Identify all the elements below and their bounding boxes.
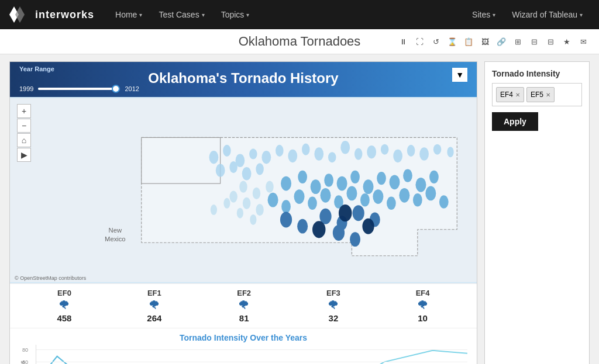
play-button[interactable]: ▶: [17, 148, 31, 162]
svg-point-38: [415, 178, 426, 192]
map-header: Year Range 1999 2012 Oklahoma's Tornado …: [10, 62, 477, 97]
svg-point-28: [281, 176, 291, 191]
svg-point-41: [281, 200, 291, 213]
logo: interworks: [9, 6, 94, 23]
grid-label-80: 80: [22, 347, 28, 353]
tag-ef4-remove-icon[interactable]: ✕: [515, 92, 520, 98]
svg-point-8: [249, 149, 257, 160]
refresh-icon[interactable]: ↺: [429, 35, 442, 48]
test-cases-caret-icon: ▾: [202, 12, 205, 18]
logo-icon: [9, 6, 30, 23]
fullscreen-icon[interactable]: ⛶: [413, 35, 426, 48]
email-icon[interactable]: ✉: [577, 35, 590, 48]
svg-point-60: [280, 212, 292, 227]
svg-point-17: [367, 145, 376, 158]
home-button[interactable]: ⌂: [17, 133, 31, 147]
ef1-icon: 🌪: [149, 299, 160, 312]
filter-tags: EF4 ✕ EF5 ✕: [492, 83, 582, 106]
chart-area: # tornadoes 80 60: [19, 345, 467, 364]
svg-point-19: [393, 150, 402, 162]
filter-panel: Tornado Intensity EF4 ✕ EF5 ✕ Apply: [484, 61, 590, 364]
svg-point-43: [308, 197, 317, 210]
ef4-icon: 🌪: [417, 299, 429, 312]
svg-point-11: [288, 150, 297, 162]
nav-item-wizard[interactable]: Wizard of Tableau ▾: [505, 6, 590, 23]
svg-point-42: [294, 189, 305, 204]
year-slider-row: 1999 2012: [19, 85, 139, 92]
svg-point-32: [337, 176, 347, 191]
svg-point-29: [298, 171, 307, 183]
svg-point-47: [360, 193, 370, 206]
svg-point-22: [433, 144, 441, 155]
svg-point-39: [429, 171, 439, 183]
filter-panel-title: Tornado Intensity: [492, 69, 582, 78]
slider-thumb: [112, 85, 120, 93]
svg-point-35: [377, 172, 386, 185]
svg-point-46: [346, 186, 357, 201]
ef4-count: 10: [418, 313, 428, 323]
favorite-icon[interactable]: ★: [560, 35, 573, 48]
svg-point-10: [276, 145, 283, 157]
image-icon[interactable]: 🖼: [478, 35, 491, 48]
ef0-count: 458: [57, 313, 71, 323]
ef0-icon: 🌪: [58, 299, 70, 312]
nav-item-topics[interactable]: Topics ▾: [214, 6, 257, 23]
filter-toggle-button[interactable]: ▼: [452, 68, 467, 82]
svg-point-31: [324, 174, 333, 186]
svg-point-36: [390, 175, 400, 190]
year-end: 2012: [125, 85, 139, 92]
navbar: interworks Home ▾ Test Cases ▾ Topics ▾ …: [0, 0, 599, 29]
svg-point-5: [209, 151, 219, 164]
table-icon[interactable]: ⊞: [511, 35, 524, 48]
map-copyright: © OpenStreetMap contributors: [15, 275, 86, 281]
grid-icon[interactable]: ⊟: [528, 35, 541, 48]
tag-ef5-remove-icon[interactable]: ✕: [546, 92, 550, 98]
apply-button[interactable]: Apply: [492, 112, 538, 131]
ef3-count: 32: [329, 313, 339, 323]
svg-point-62: [312, 221, 325, 238]
copy-icon[interactable]: 📋: [462, 35, 475, 48]
tornado-map-svg: Amarillo New Mexico que: [10, 97, 477, 283]
nav-item-home[interactable]: Home ▾: [108, 6, 149, 23]
svg-text:Mexico: Mexico: [105, 235, 126, 242]
svg-rect-4: [142, 137, 221, 183]
year-slider[interactable]: [38, 88, 120, 90]
toolbar-icons: ⏸ ⛶ ↺ ⌛ 📋 🖼 🔗 ⊞ ⊟ ⊟ ★ ✉: [397, 35, 590, 48]
svg-point-64: [339, 204, 352, 221]
ef1-item: EF1 🌪 264: [147, 289, 161, 323]
ef0-item: EF0 🌪 458: [57, 289, 71, 323]
nav-item-sites[interactable]: Sites ▾: [465, 6, 502, 23]
share-icon[interactable]: ⊟: [544, 35, 557, 48]
svg-point-40: [268, 193, 278, 207]
ef3-icon: 🌪: [328, 299, 339, 312]
zoom-out-button[interactable]: −: [17, 119, 31, 133]
svg-point-69: [243, 197, 250, 209]
link-icon[interactable]: 🔗: [495, 35, 508, 48]
svg-point-48: [373, 189, 383, 204]
svg-point-67: [266, 181, 273, 193]
zoom-in-button[interactable]: +: [17, 104, 31, 118]
svg-point-33: [350, 171, 360, 183]
filter-tag-ef4[interactable]: EF4 ✕: [496, 87, 524, 102]
svg-point-51: [413, 193, 422, 206]
svg-point-56: [353, 205, 364, 221]
year-range-label: Year Range: [19, 65, 54, 72]
svg-point-26: [242, 167, 252, 180]
pause-icon[interactable]: ⏸: [397, 35, 409, 48]
ef3-label: EF3: [326, 289, 340, 297]
nav-item-test-cases[interactable]: Test Cases ▾: [152, 6, 211, 23]
timer-icon[interactable]: ⌛: [446, 35, 459, 48]
ef2-item: EF2 🌪 81: [237, 289, 251, 323]
svg-point-27: [256, 163, 263, 175]
svg-text:New: New: [109, 227, 122, 234]
svg-point-15: [340, 141, 350, 154]
map-area: + − ⌂ ▶: [10, 97, 477, 283]
svg-point-30: [311, 179, 321, 194]
svg-marker-1: [15, 6, 25, 23]
filter-tag-ef5[interactable]: EF5 ✕: [526, 87, 555, 102]
ef4-item: EF4 🌪 10: [416, 289, 430, 323]
chart-section: Tornado Intensity Over the Years # torna…: [10, 328, 477, 364]
svg-point-50: [399, 188, 409, 203]
svg-point-52: [425, 186, 436, 201]
year-start: 1999: [19, 85, 33, 92]
